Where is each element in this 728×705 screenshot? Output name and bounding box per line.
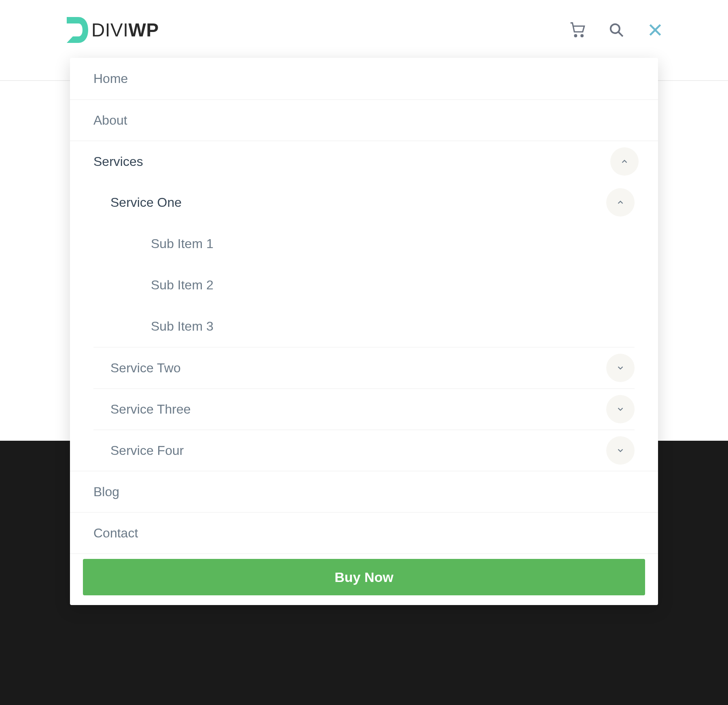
nav-item-sub-1[interactable]: Sub Item 1 (70, 223, 658, 264)
cart-icon[interactable] (569, 22, 586, 38)
nav-label: Service Two (110, 361, 181, 376)
nav-label: Blog (93, 484, 119, 499)
chevron-down-icon[interactable] (606, 354, 635, 382)
search-icon[interactable] (608, 22, 624, 38)
nav-item-about[interactable]: About (70, 99, 658, 140)
chevron-up-icon[interactable] (606, 188, 635, 217)
svg-point-2 (611, 24, 620, 33)
nav-item-service-two[interactable]: Service Two (70, 347, 658, 388)
logo-mark-icon (65, 17, 89, 43)
buy-now-button[interactable]: Buy Now (83, 559, 645, 595)
nav-item-contact[interactable]: Contact (70, 512, 658, 553)
chevron-down-icon[interactable] (606, 395, 635, 423)
nav-label: Services (93, 154, 143, 169)
logo[interactable]: DIVIWP (65, 17, 159, 43)
svg-point-0 (575, 35, 577, 37)
nav-item-services[interactable]: Services Service One Sub Item 1 Sub Item… (70, 140, 658, 471)
header-icons (569, 22, 663, 38)
nav-item-service-three[interactable]: Service Three (70, 388, 658, 429)
chevron-up-icon[interactable] (610, 147, 639, 176)
nav-item-sub-2[interactable]: Sub Item 2 (70, 264, 658, 306)
submenu-services: Service One Sub Item 1 Sub Item 2 Sub It… (70, 182, 658, 471)
nav-item-blog[interactable]: Blog (70, 471, 658, 512)
nav-label: Contact (93, 526, 138, 541)
nav-label: Service One (110, 195, 182, 210)
nav-label: Sub Item 2 (151, 278, 214, 293)
nav-label: Sub Item 3 (151, 319, 214, 334)
header: DIVIWP (65, 17, 663, 43)
nav-label: Service Four (110, 443, 184, 458)
nav-item-service-one[interactable]: Service One Sub Item 1 Sub Item 2 Sub It… (70, 182, 658, 347)
nav-label: Service Three (110, 402, 191, 417)
svg-point-1 (581, 35, 583, 37)
close-icon[interactable] (647, 22, 663, 38)
nav-item-sub-3[interactable]: Sub Item 3 (70, 306, 658, 347)
logo-text: DIVIWP (91, 19, 159, 41)
nav-label: About (93, 113, 127, 128)
svg-line-3 (618, 32, 623, 36)
chevron-down-icon[interactable] (606, 436, 635, 465)
nav-item-home[interactable]: Home (70, 58, 658, 99)
nav-label: Home (93, 71, 128, 86)
nav-item-buy: Buy Now (70, 553, 658, 595)
nav-item-service-four[interactable]: Service Four (70, 429, 658, 471)
mobile-menu: Home About Services Service One Sub Item… (70, 58, 658, 605)
nav-label: Sub Item 1 (151, 236, 214, 251)
submenu-service-one: Sub Item 1 Sub Item 2 Sub Item 3 (70, 223, 658, 347)
